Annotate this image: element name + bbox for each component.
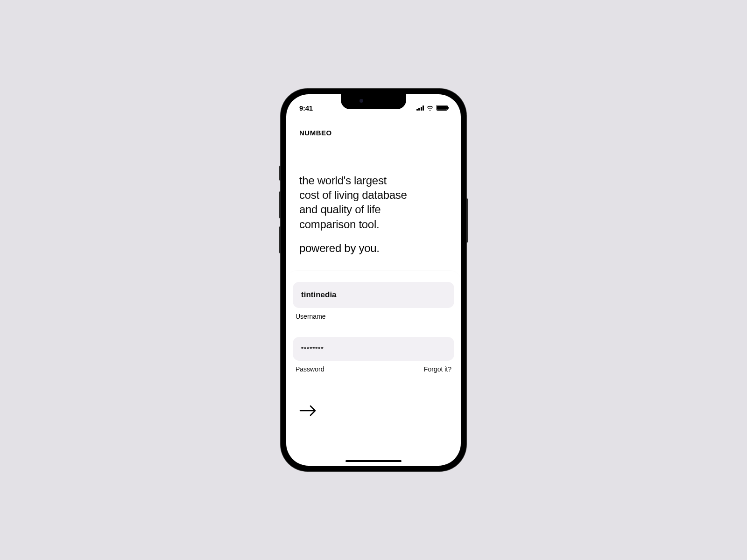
status-time: 9:41 <box>299 104 313 112</box>
hero-line: the world's largest <box>299 173 448 188</box>
login-form: Username Password Forgot it? <box>286 271 461 373</box>
hero-line: cost of living database <box>299 188 448 202</box>
volume-up-button <box>279 191 281 218</box>
hero-tagline: powered by you. <box>299 242 448 255</box>
username-group: Username <box>286 282 461 320</box>
battery-icon <box>436 105 448 111</box>
content-area: NUMBEO the world's largest cost of livin… <box>286 115 461 255</box>
home-indicator[interactable] <box>345 460 402 462</box>
forgot-password-link[interactable]: Forgot it? <box>424 365 451 373</box>
password-label: Password <box>296 365 324 373</box>
hero-line: comparison tool. <box>299 217 448 231</box>
hero-headline: the world's largest cost of living datab… <box>299 173 448 231</box>
arrow-right-icon <box>299 405 317 417</box>
hero-line: and quality of life <box>299 202 448 217</box>
submit-area <box>286 390 461 434</box>
device-notch <box>341 94 406 109</box>
phone-device-frame: 9:41 NUMBEO the world's largest cost of … <box>281 89 466 471</box>
password-input[interactable] <box>293 337 454 361</box>
password-group: Password Forgot it? <box>286 337 461 373</box>
status-icons <box>416 105 448 111</box>
screen: 9:41 NUMBEO the world's largest cost of … <box>286 94 461 466</box>
username-input[interactable] <box>293 282 454 308</box>
wifi-icon <box>426 105 434 111</box>
cellular-signal-icon <box>416 105 424 111</box>
mute-switch <box>279 166 281 181</box>
username-label: Username <box>296 313 326 320</box>
volume-down-button <box>279 226 281 253</box>
brand-logo: NUMBEO <box>299 129 448 137</box>
submit-button[interactable] <box>299 405 317 418</box>
power-button <box>466 198 468 243</box>
